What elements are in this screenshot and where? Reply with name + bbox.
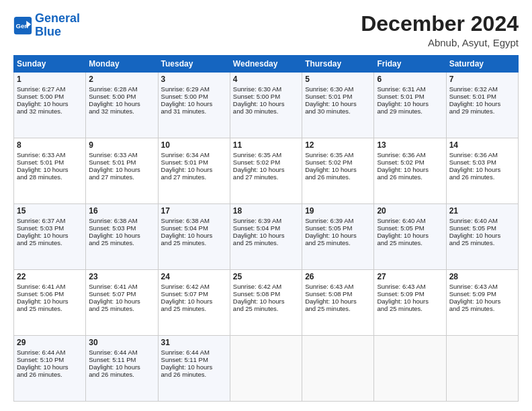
day-info: Sunset: 5:09 PM — [377, 290, 443, 298]
day-info: and 26 minutes. — [17, 371, 83, 378]
day-info: Sunset: 5:05 PM — [377, 224, 443, 232]
day-info: Sunset: 5:09 PM — [449, 290, 515, 298]
day-number: 5 — [305, 75, 371, 84]
day-number: 2 — [89, 75, 154, 84]
day-info: Sunset: 5:03 PM — [449, 158, 515, 166]
day-info: and 26 minutes. — [449, 173, 515, 181]
day-number: 25 — [233, 272, 299, 281]
day-number: 27 — [377, 272, 443, 281]
day-info: and 30 minutes. — [305, 107, 371, 115]
col-header-thursday: Thursday — [302, 56, 374, 73]
day-info: and 30 minutes. — [233, 107, 299, 115]
day-number: 18 — [233, 206, 299, 216]
day-info: Daylight: 10 hours — [161, 298, 227, 305]
calendar-cell: 17Sunrise: 6:38 AMSunset: 5:04 PMDayligh… — [158, 204, 230, 270]
day-info: Daylight: 10 hours — [17, 298, 83, 305]
day-info: Sunset: 5:03 PM — [89, 224, 154, 232]
day-info: Sunset: 5:01 PM — [449, 93, 515, 100]
calendar-cell — [302, 336, 374, 402]
calendar-cell — [374, 336, 446, 402]
calendar-cell: 10Sunrise: 6:34 AMSunset: 5:01 PMDayligh… — [158, 138, 230, 204]
calendar-cell: 21Sunrise: 6:40 AMSunset: 5:05 PMDayligh… — [446, 204, 518, 270]
day-info: Daylight: 10 hours — [89, 232, 154, 239]
calendar-cell: 12Sunrise: 6:35 AMSunset: 5:02 PMDayligh… — [302, 138, 374, 204]
day-number: 28 — [449, 272, 515, 281]
day-info: and 27 minutes. — [89, 173, 154, 181]
day-info: Sunset: 5:01 PM — [89, 158, 154, 166]
col-header-sunday: Sunday — [14, 56, 86, 73]
day-info: Sunrise: 6:44 AM — [161, 349, 227, 356]
day-info: Daylight: 10 hours — [449, 166, 515, 173]
day-info: and 25 minutes. — [161, 239, 227, 246]
calendar-week-row: 29Sunrise: 6:44 AMSunset: 5:10 PMDayligh… — [14, 336, 519, 402]
day-number: 26 — [305, 272, 371, 281]
day-info: and 25 minutes. — [449, 239, 515, 246]
day-number: 1 — [17, 75, 83, 84]
logo-general: General — [35, 11, 80, 25]
day-info: Sunrise: 6:43 AM — [305, 283, 371, 290]
day-info: Sunrise: 6:32 AM — [449, 85, 515, 93]
day-info: Daylight: 10 hours — [305, 232, 371, 239]
day-info: and 25 minutes. — [89, 305, 154, 312]
day-info: and 25 minutes. — [305, 239, 371, 246]
day-info: Sunrise: 6:29 AM — [161, 85, 227, 93]
header: Gen General Blue December 2024 Abnub, As… — [13, 12, 519, 48]
day-info: Daylight: 10 hours — [161, 363, 227, 371]
day-info: Sunrise: 6:44 AM — [17, 349, 83, 356]
day-info: Sunset: 5:01 PM — [161, 158, 227, 166]
day-info: Daylight: 10 hours — [161, 100, 227, 107]
day-number: 3 — [161, 75, 227, 84]
day-info: Daylight: 10 hours — [17, 100, 83, 107]
day-info: Sunrise: 6:35 AM — [305, 151, 371, 158]
day-number: 30 — [89, 338, 154, 347]
day-info: Sunrise: 6:42 AM — [161, 283, 227, 290]
calendar-cell: 6Sunrise: 6:31 AMSunset: 5:01 PMDaylight… — [374, 73, 446, 138]
day-number: 23 — [89, 272, 154, 281]
day-number: 14 — [449, 140, 515, 150]
day-info: and 25 minutes. — [305, 305, 371, 312]
calendar-cell: 18Sunrise: 6:39 AMSunset: 5:04 PMDayligh… — [230, 204, 302, 270]
day-info: Daylight: 10 hours — [305, 166, 371, 173]
day-info: Sunrise: 6:35 AM — [233, 151, 299, 158]
day-info: and 25 minutes. — [449, 305, 515, 312]
day-number: 12 — [305, 140, 371, 150]
day-info: Daylight: 10 hours — [161, 166, 227, 173]
day-info: Daylight: 10 hours — [161, 232, 227, 239]
day-info: Sunrise: 6:40 AM — [449, 217, 515, 224]
day-info: Daylight: 10 hours — [89, 298, 154, 305]
calendar-cell: 30Sunrise: 6:44 AMSunset: 5:11 PMDayligh… — [86, 336, 158, 402]
day-info: Sunset: 5:05 PM — [449, 224, 515, 232]
day-info: and 29 minutes. — [377, 107, 443, 115]
day-info: and 25 minutes. — [89, 239, 154, 246]
day-number: 29 — [17, 338, 83, 347]
calendar-cell: 13Sunrise: 6:36 AMSunset: 5:02 PMDayligh… — [374, 138, 446, 204]
day-info: Sunset: 5:11 PM — [89, 356, 154, 363]
day-info: Sunset: 5:06 PM — [17, 290, 83, 298]
day-info: Sunset: 5:07 PM — [89, 290, 154, 298]
day-info: Sunset: 5:10 PM — [17, 356, 83, 363]
day-number: 16 — [89, 206, 154, 216]
day-info: Daylight: 10 hours — [233, 232, 299, 239]
calendar-cell: 16Sunrise: 6:38 AMSunset: 5:03 PMDayligh… — [86, 204, 158, 270]
calendar-cell: 20Sunrise: 6:40 AMSunset: 5:05 PMDayligh… — [374, 204, 446, 270]
day-info: Sunrise: 6:38 AM — [89, 217, 154, 224]
day-info: Daylight: 10 hours — [89, 100, 154, 107]
day-info: Sunset: 5:07 PM — [161, 290, 227, 298]
day-info: Sunset: 5:01 PM — [305, 93, 371, 100]
col-header-monday: Monday — [86, 56, 158, 73]
day-info: and 32 minutes. — [89, 107, 154, 115]
day-info: Sunset: 5:11 PM — [161, 356, 227, 363]
day-info: Daylight: 10 hours — [377, 100, 443, 107]
day-number: 8 — [17, 140, 83, 150]
calendar-table: SundayMondayTuesdayWednesdayThursdayFrid… — [13, 55, 519, 402]
calendar-cell: 4Sunrise: 6:30 AMSunset: 5:00 PMDaylight… — [230, 73, 302, 138]
day-info: Sunrise: 6:38 AM — [161, 217, 227, 224]
calendar-week-row: 1Sunrise: 6:27 AMSunset: 5:00 PMDaylight… — [14, 73, 519, 138]
day-info: Sunrise: 6:30 AM — [305, 85, 371, 93]
calendar-cell: 11Sunrise: 6:35 AMSunset: 5:02 PMDayligh… — [230, 138, 302, 204]
day-info: Daylight: 10 hours — [233, 166, 299, 173]
day-info: Sunrise: 6:39 AM — [305, 217, 371, 224]
day-number: 22 — [17, 272, 83, 281]
day-info: and 26 minutes. — [161, 371, 227, 378]
logo: Gen General Blue — [13, 12, 80, 39]
